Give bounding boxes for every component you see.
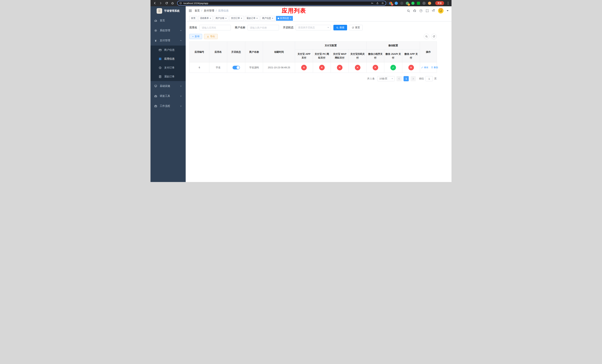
close-icon[interactable]: ×	[290, 17, 291, 20]
col-actions: 操作	[420, 42, 437, 62]
breadcrumb-payment[interactable]: 支付管理	[200, 9, 214, 12]
col-app-name: 应用名	[209, 42, 227, 62]
alipay-qr-status-icon: ✕	[355, 65, 360, 70]
toggle-search-icon[interactable]	[424, 34, 429, 39]
reload-icon[interactable]	[164, 1, 169, 6]
close-icon[interactable]: ×	[256, 17, 258, 20]
sidebar-item-merchant-info[interactable]: 商户信息	[150, 45, 186, 54]
tab-app-info[interactable]: 应用信息×	[276, 16, 293, 21]
page-content: 应用名 商户名称 开启状态 请选择开启状态 搜索 重置	[186, 21, 452, 182]
extension-dark-icon[interactable]	[400, 2, 403, 5]
sidebar-item-refund-orders[interactable]: 退款订单	[150, 72, 186, 81]
sidebar-item-system[interactable]: 系统管理	[150, 26, 186, 36]
close-icon[interactable]: ×	[241, 17, 242, 20]
share-icon[interactable]	[376, 2, 379, 4]
document-icon	[159, 75, 161, 78]
sidebar-item-app-info[interactable]: 应用信息	[150, 54, 186, 63]
app-name-input[interactable]	[199, 25, 231, 30]
gear-icon	[154, 29, 157, 32]
github-icon[interactable]	[413, 9, 416, 12]
close-icon[interactable]: ×	[210, 17, 211, 20]
avatar-caret-icon[interactable]	[447, 10, 449, 11]
url-text[interactable]: localhost:1024/pay/app	[183, 2, 368, 5]
col-merchant: 商户名称	[245, 42, 263, 62]
app-logo-row[interactable]: 芋道管理系统	[150, 6, 186, 16]
page-size-select[interactable]: 10条/页	[377, 76, 395, 81]
back-icon[interactable]	[152, 1, 157, 6]
extensions-puzzle-icon[interactable]: 10	[389, 2, 392, 5]
sidebar-item-pay-orders[interactable]: 支付订单	[150, 63, 186, 72]
help-icon[interactable]	[419, 9, 422, 12]
sidebar-item-devtools[interactable]: 研发工具	[150, 91, 186, 101]
tab-home[interactable]: 首页	[189, 16, 197, 21]
table-row: 6 芋道 芋道源码 2021-10-23 08:49:25 ✕ ✕ ✕ ✕ ✕	[190, 62, 437, 73]
tab-user-group[interactable]: 用户分组×	[214, 16, 228, 21]
extension-blue-icon[interactable]	[395, 2, 398, 5]
bookmark-star-icon[interactable]	[381, 2, 384, 4]
extension-avatar-icon[interactable]	[428, 2, 431, 5]
chevron-down-icon	[180, 85, 182, 87]
font-size-icon[interactable]	[432, 9, 435, 12]
tab-merchant-info[interactable]: 商户信息×	[260, 16, 275, 21]
sidebar-item-label: 基础设施	[160, 85, 170, 88]
merchant-name-input[interactable]	[247, 25, 279, 30]
address-bar[interactable]: localhost:1024/pay/app	[177, 1, 386, 6]
browser-update-button[interactable]: 更新	[435, 1, 444, 5]
col-wx-mini: 微信小程序支付	[366, 49, 384, 62]
extension-green-circle-icon[interactable]	[411, 2, 414, 5]
credit-card-icon	[159, 49, 161, 52]
payment-submenu: 商户信息 应用信息 支付订单 退款订单	[150, 45, 186, 81]
sidebar-item-workflow[interactable]: 工作流程	[150, 101, 186, 111]
sidebar-item-infrastructure[interactable]: 基础设施	[150, 81, 186, 91]
status-select[interactable]: 请选择开启状态	[296, 25, 331, 30]
delete-link[interactable]: 删除	[431, 66, 438, 69]
extension-badge: 10	[391, 3, 393, 6]
extension-pin-icon[interactable]	[422, 2, 426, 5]
profile-extension-icon[interactable]: 1	[406, 2, 409, 5]
next-page-button[interactable]	[411, 76, 416, 81]
tab-refund-orders[interactable]: 退款订单×	[245, 16, 259, 21]
extension-green-square-icon[interactable]	[417, 2, 420, 5]
goto-page-input[interactable]	[425, 76, 433, 81]
app-header: 首页 支付管理 应用信息 应用列表	[186, 6, 452, 15]
export-button[interactable]: 导出	[204, 34, 218, 39]
chevron-down-icon	[180, 95, 182, 97]
cell-app-id: 6	[190, 62, 209, 73]
page-number-button[interactable]: 1	[404, 76, 409, 81]
cell-enabled	[227, 62, 245, 73]
home-icon[interactable]	[170, 1, 175, 6]
sidebar: 芋道管理系统 首页 系统管理 支付管理 商户信息	[150, 6, 186, 182]
add-button[interactable]: 新增	[189, 34, 202, 39]
group-alipay-config: 支付宝配置	[295, 42, 366, 49]
user-avatar[interactable]	[438, 8, 443, 13]
reset-button[interactable]: 重置	[349, 25, 363, 30]
forward-icon[interactable]	[158, 1, 163, 6]
prev-page-button[interactable]	[397, 76, 402, 81]
edit-link[interactable]: 修改	[421, 66, 428, 69]
sidebar-item-home[interactable]: 首页	[150, 16, 186, 26]
sidebar-item-payment[interactable]: 支付管理	[150, 36, 186, 45]
header-search-icon[interactable]	[407, 9, 410, 12]
fullscreen-icon[interactable]	[426, 9, 429, 12]
search-button[interactable]: 搜索	[333, 25, 347, 30]
app-title: 芋道管理系统	[164, 9, 180, 13]
sidebar-collapse-icon[interactable]	[189, 9, 192, 12]
browser-menu-icon[interactable]	[446, 2, 450, 5]
refresh-table-icon[interactable]	[431, 34, 437, 39]
yen-icon	[154, 39, 157, 42]
col-app-id: 应用编号	[190, 42, 209, 62]
sidebar-item-label: 首页	[160, 19, 165, 22]
password-key-icon[interactable]	[371, 2, 374, 4]
site-info-icon[interactable]	[179, 2, 182, 4]
close-icon[interactable]: ×	[272, 17, 273, 20]
chevron-down-icon	[327, 27, 329, 28]
tab-process-form[interactable]: 流程表单×	[198, 16, 213, 21]
sidebar-item-label: 应用信息	[164, 57, 174, 61]
close-icon[interactable]: ×	[225, 17, 226, 20]
breadcrumb-home[interactable]: 首页	[194, 9, 200, 12]
col-wx-jsapi: 微信 JSAPI 支付	[384, 49, 402, 62]
enabled-toggle[interactable]	[233, 66, 240, 69]
sidebar-item-label: 支付管理	[160, 39, 170, 42]
tab-pay-orders[interactable]: 支付订单×	[229, 16, 244, 21]
chevron-down-icon	[180, 105, 182, 107]
